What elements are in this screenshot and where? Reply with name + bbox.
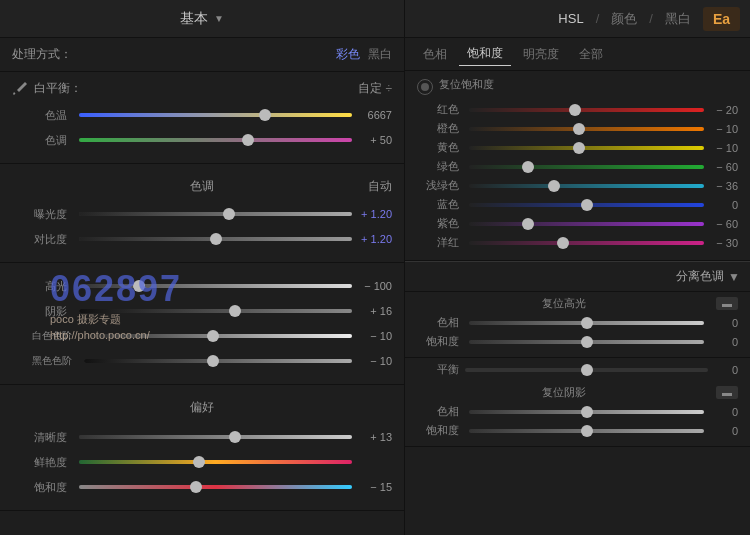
highlight-hue-track[interactable] [469,321,704,325]
hsl-row-magenta: 洋红 − 30 [417,235,738,250]
slider-track-vibrance[interactable] [79,460,352,464]
wb-label: 白平衡： [34,80,82,97]
shadow-reset-label: 复位阴影 [417,385,710,400]
highlight-sat-track[interactable] [469,340,704,344]
hsl-track-purple[interactable] [469,222,704,226]
hsl-track-yellow[interactable] [469,146,704,150]
shadow-hue-value: 0 [708,406,738,418]
sat-reset-row: 复位饱和度 [417,77,738,96]
balance-value: 0 [708,364,738,376]
hsl-value-magenta: − 30 [708,237,738,249]
hsl-label-blue: 蓝色 [417,197,459,212]
balance-label: 平衡 [417,362,459,377]
right-panel-header-bar: HSL / 颜色 / 黑白 Ea [405,0,750,37]
hsl-track-aqua[interactable] [469,184,704,188]
hsl-label-green: 绿色 [417,159,459,174]
hsl-label-purple: 紫色 [417,216,459,231]
balance-track[interactable] [465,368,708,372]
highlight-hue-value: 0 [708,317,738,329]
hsl-tab-all[interactable]: 全部 [571,43,611,66]
highlight-sat-value: 0 [708,336,738,348]
tone-section: 色调 自动 曝光度 + 1.20 对比度 + 1.20 [0,164,404,263]
tone-auto-btn[interactable]: 自动 [368,178,392,195]
hsl-row-yellow: 黄色 − 10 [417,140,738,155]
wb-preset-btn[interactable]: 自定 ÷ [358,80,392,97]
nav-sep-1: / [596,11,600,26]
slider-track-white[interactable] [84,334,352,338]
slider-row-saturation: 饱和度 − 15 [12,477,392,497]
slider-row-vibrance: 鲜艳度 [12,452,392,472]
shadow-hue-row: 色相 0 [417,404,738,419]
sat-reset-title: 复位饱和度 [439,77,738,92]
split-toning-header: 分离色调 ▼ [405,261,750,292]
hsl-row-green: 绿色 − 60 [417,159,738,174]
slider-track-exposure[interactable] [79,212,352,216]
shadow-sat-label: 饱和度 [417,423,459,438]
hsl-value-aqua: − 36 [708,180,738,192]
slider-track-contrast[interactable] [79,237,352,241]
slider-label-temp: 色温 [12,108,67,123]
slider-value-shadow: + 16 [356,305,392,317]
basic-title: 基本 [180,10,208,28]
slider-track-clarity[interactable] [79,435,352,439]
slider-label-white: 白色色阶 [12,329,72,343]
processing-color[interactable]: 彩色 [336,46,360,63]
shadow-section: 复位阴影 ▬ 色相 0 饱和度 0 [405,381,750,447]
hsl-value-yellow: − 10 [708,142,738,154]
pref-header: 偏好 [12,393,392,422]
slider-track-shadow[interactable] [79,309,352,313]
tone-header: 色调 自动 [12,172,392,199]
shadow-hue-track[interactable] [469,410,704,414]
shadow-sat-track[interactable] [469,429,704,433]
slider-value-contrast: + 1.20 [356,233,392,245]
hsl-value-orange: − 10 [708,123,738,135]
slider-label-tint: 色调 [12,133,67,148]
sat-reset-circle[interactable] [417,79,433,95]
hsl-value-green: − 60 [708,161,738,173]
shadow-reset-btn[interactable]: ▬ [716,386,738,399]
main-content: 处理方式： 彩色 黑白 白平衡： 自定 ÷ 色温 [0,38,750,535]
hsl-row-orange: 橙色 − 10 [417,121,738,136]
balance-row: 平衡 0 [405,358,750,381]
dropper-icon [12,81,28,97]
slider-track-black[interactable] [84,359,352,363]
hsl-value-purple: − 60 [708,218,738,230]
hs-section: 高光 − 100 阴影 + 16 白色色阶 [0,263,404,385]
hsl-saturation-section: 复位饱和度 红色 − 20 橙色 − 10 黄色 [405,71,750,261]
nav-bw[interactable]: 黑白 [665,10,691,28]
processing-row: 处理方式： 彩色 黑白 [0,38,404,72]
highlight-reset-btn[interactable]: ▬ [716,297,738,310]
slider-value-saturation: − 15 [356,481,392,493]
hsl-track-blue[interactable] [469,203,704,207]
wb-preset-value: 自定 [358,80,382,97]
hsl-tab-luminance[interactable]: 明亮度 [515,43,567,66]
left-panel-header: 基本 ▼ [0,0,405,37]
shadow-sat-row: 饱和度 0 [417,423,738,438]
wb-section: 白平衡： 自定 ÷ 色温 6667 色调 [0,72,404,164]
slider-track-temp[interactable] [79,113,352,117]
watermark-badge: Ea [703,7,740,31]
split-toning-arrow: ▼ [728,270,740,284]
slider-track-tint[interactable] [79,138,352,142]
hsl-tab-hue[interactable]: 色相 [415,43,455,66]
slider-value-exposure: + 1.20 [356,208,392,220]
hsl-track-magenta[interactable] [469,241,704,245]
hsl-tab-saturation[interactable]: 饱和度 [459,42,511,66]
tone-title: 色调 [190,178,214,195]
right-panel: 色相 饱和度 明亮度 全部 复位饱和度 红色 − 20 橙色 [405,38,750,535]
wb-preset-arrow: ÷ [385,82,392,96]
hsl-track-green[interactable] [469,165,704,169]
basic-dropdown-arrow[interactable]: ▼ [214,13,224,24]
slider-track-saturation[interactable] [79,485,352,489]
highlight-hue-row: 色相 0 [417,315,738,330]
hsl-track-red[interactable] [469,108,704,112]
nav-hsl[interactable]: HSL [558,11,583,26]
slider-track-highlight[interactable] [79,284,352,288]
hsl-row-red: 红色 − 20 [417,102,738,117]
highlight-header: 复位高光 ▬ [417,296,738,311]
slider-row-clarity: 清晰度 + 13 [12,427,392,447]
hsl-track-orange[interactable] [469,127,704,131]
nav-color[interactable]: 颜色 [611,10,637,28]
processing-bw[interactable]: 黑白 [368,46,392,63]
left-panel: 处理方式： 彩色 黑白 白平衡： 自定 ÷ 色温 [0,38,405,535]
